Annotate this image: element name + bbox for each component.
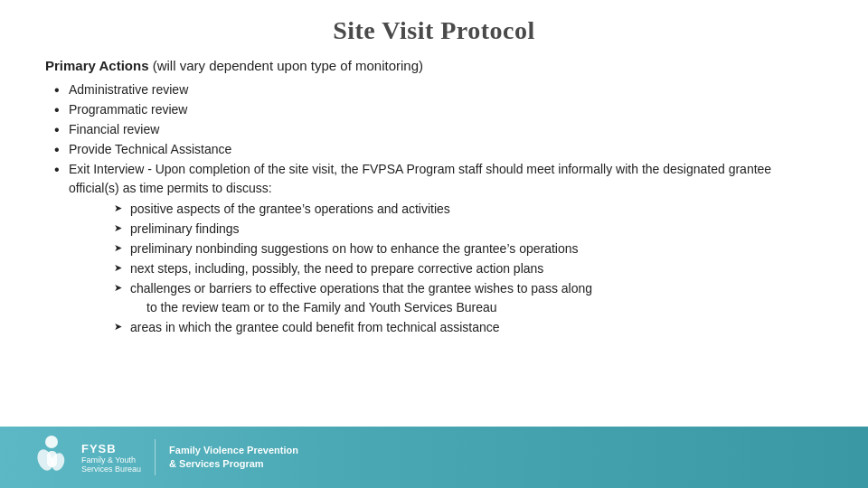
- footer-figure: [27, 433, 77, 483]
- arrow-item: preliminary findings: [114, 220, 823, 239]
- list-item: Financial review: [54, 120, 823, 139]
- footer-program-text: Family Violence Prevention & Services Pr…: [169, 444, 298, 472]
- primary-actions-heading: Primary Actions (will vary dependent upo…: [45, 58, 823, 73]
- arrow-list: positive aspects of the grantee’s operat…: [114, 200, 823, 337]
- arrow-item: next steps, including, possibly, the nee…: [114, 259, 823, 278]
- slide: Site Visit Protocol Primary Actions (wil…: [0, 0, 868, 488]
- svg-point-0: [45, 436, 58, 448]
- primary-actions-suffix: (will vary dependent upon type of monito…: [149, 58, 424, 73]
- arrow-item: preliminary nonbinding suggestions on ho…: [114, 239, 823, 258]
- arrow-item-challenges: challenges or barriers to effective oper…: [114, 279, 823, 317]
- slide-title: Site Visit Protocol: [45, 16, 823, 45]
- footer-org-line1: Family & Youth: [81, 455, 141, 465]
- bullet-list: Administrative review Programmatic revie…: [54, 80, 823, 337]
- footer-divider: [155, 439, 156, 475]
- list-item: Provide Technical Assistance: [54, 140, 823, 159]
- svg-rect-3: [47, 451, 57, 467]
- list-item-exit: Exit Interview - Upon completion of the …: [54, 160, 823, 337]
- primary-actions-bold: Primary Actions: [45, 58, 149, 73]
- list-item: Programmatic review: [54, 100, 823, 119]
- footer: FYSB Family & Youth Services Bureau Fami…: [0, 427, 868, 488]
- exit-interview-text: Exit Interview - Upon completion of the …: [69, 162, 771, 195]
- content-area: Site Visit Protocol Primary Actions (wil…: [0, 0, 868, 427]
- arrow-item: areas in which the grantee could benefit…: [114, 318, 823, 337]
- footer-org-line2: Services Bureau: [81, 465, 141, 474]
- footer-acronym: FYSB: [81, 442, 141, 455]
- footer-text-block: FYSB Family & Youth Services Bureau: [81, 442, 141, 474]
- arrow-item: positive aspects of the grantee’s operat…: [114, 200, 823, 219]
- list-item: Administrative review: [54, 80, 823, 99]
